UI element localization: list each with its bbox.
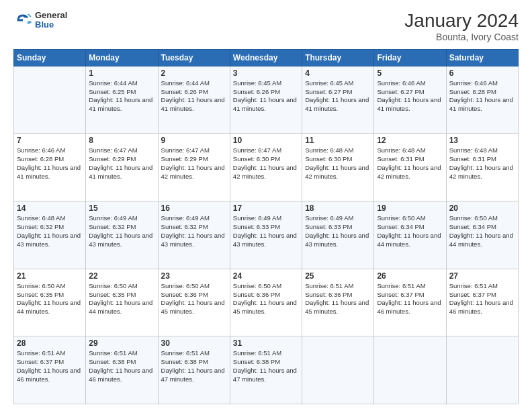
calendar-week-row: 28Sunrise: 6:51 AMSunset: 6:37 PMDayligh…	[14, 336, 519, 404]
day-info: Sunrise: 6:46 AMSunset: 6:28 PMDaylight:…	[449, 79, 515, 113]
day-info: Sunrise: 6:51 AMSunset: 6:38 PMDaylight:…	[89, 349, 154, 383]
day-number: 24	[233, 271, 299, 281]
header: General Blue January 2024 Bounta, Ivory …	[13, 11, 519, 42]
day-number: 23	[161, 271, 227, 281]
day-info: Sunrise: 6:50 AMSunset: 6:36 PMDaylight:…	[233, 282, 299, 316]
day-info: Sunrise: 6:50 AMSunset: 6:35 PMDaylight:…	[89, 282, 154, 316]
day-info: Sunrise: 6:46 AMSunset: 6:27 PMDaylight:…	[377, 79, 443, 113]
day-info: Sunrise: 6:49 AMSunset: 6:32 PMDaylight:…	[89, 214, 154, 248]
day-info: Sunrise: 6:51 AMSunset: 6:38 PMDaylight:…	[161, 349, 227, 383]
calendar-cell: 14Sunrise: 6:48 AMSunset: 6:32 PMDayligh…	[14, 201, 86, 269]
day-info: Sunrise: 6:48 AMSunset: 6:31 PMDaylight:…	[449, 146, 515, 181]
day-number: 26	[377, 271, 443, 281]
calendar-cell	[302, 336, 374, 404]
day-info: Sunrise: 6:48 AMSunset: 6:32 PMDaylight:…	[17, 214, 83, 248]
calendar-cell: 4Sunrise: 6:45 AMSunset: 6:27 PMDaylight…	[302, 66, 374, 134]
day-info: Sunrise: 6:49 AMSunset: 6:33 PMDaylight:…	[233, 214, 299, 248]
calendar-cell: 13Sunrise: 6:48 AMSunset: 6:31 PMDayligh…	[446, 134, 518, 201]
day-number: 8	[89, 136, 154, 145]
day-number: 3	[233, 68, 299, 78]
day-number: 18	[305, 203, 371, 213]
day-number: 17	[233, 203, 299, 213]
calendar-cell: 30Sunrise: 6:51 AMSunset: 6:38 PMDayligh…	[158, 336, 230, 404]
calendar-cell: 6Sunrise: 6:46 AMSunset: 6:28 PMDaylight…	[446, 66, 518, 134]
calendar-cell: 12Sunrise: 6:48 AMSunset: 6:31 PMDayligh…	[374, 134, 446, 201]
day-info: Sunrise: 6:45 AMSunset: 6:26 PMDaylight:…	[233, 79, 299, 113]
calendar-cell: 20Sunrise: 6:50 AMSunset: 6:34 PMDayligh…	[446, 201, 518, 269]
day-number: 13	[449, 136, 515, 145]
weekday-header: Thursday	[302, 49, 374, 66]
logo-icon	[13, 11, 32, 30]
weekday-header-row: SundayMondayTuesdayWednesdayThursdayFrid…	[14, 49, 519, 66]
logo-text: General Blue	[35, 11, 67, 30]
day-info: Sunrise: 6:48 AMSunset: 6:30 PMDaylight:…	[305, 146, 371, 181]
day-number: 20	[449, 203, 515, 213]
calendar-cell: 22Sunrise: 6:50 AMSunset: 6:35 PMDayligh…	[86, 269, 158, 336]
day-number: 25	[305, 271, 371, 281]
day-info: Sunrise: 6:49 AMSunset: 6:33 PMDaylight:…	[305, 214, 371, 248]
day-info: Sunrise: 6:51 AMSunset: 6:37 PMDaylight:…	[449, 282, 515, 316]
day-info: Sunrise: 6:44 AMSunset: 6:26 PMDaylight:…	[161, 79, 227, 113]
day-number: 11	[305, 136, 371, 145]
day-info: Sunrise: 6:47 AMSunset: 6:29 PMDaylight:…	[161, 146, 227, 181]
logo-line1: General	[35, 11, 67, 20]
logo-line2: Blue	[35, 20, 67, 30]
calendar-cell: 27Sunrise: 6:51 AMSunset: 6:37 PMDayligh…	[446, 269, 518, 336]
calendar-cell: 21Sunrise: 6:50 AMSunset: 6:35 PMDayligh…	[14, 269, 86, 336]
calendar-cell: 16Sunrise: 6:49 AMSunset: 6:32 PMDayligh…	[158, 201, 230, 269]
calendar-week-row: 21Sunrise: 6:50 AMSunset: 6:35 PMDayligh…	[14, 269, 519, 336]
day-number: 30	[161, 338, 227, 348]
calendar-week-row: 1Sunrise: 6:44 AMSunset: 6:25 PMDaylight…	[14, 66, 519, 134]
calendar-cell: 17Sunrise: 6:49 AMSunset: 6:33 PMDayligh…	[230, 201, 302, 269]
day-info: Sunrise: 6:51 AMSunset: 6:37 PMDaylight:…	[377, 282, 443, 316]
calendar-cell: 29Sunrise: 6:51 AMSunset: 6:38 PMDayligh…	[86, 336, 158, 404]
calendar-cell: 18Sunrise: 6:49 AMSunset: 6:33 PMDayligh…	[302, 201, 374, 269]
calendar-cell: 3Sunrise: 6:45 AMSunset: 6:26 PMDaylight…	[230, 66, 302, 134]
calendar-cell: 10Sunrise: 6:47 AMSunset: 6:30 PMDayligh…	[230, 134, 302, 201]
day-number: 6	[449, 68, 515, 78]
calendar-title: January 2024	[404, 11, 519, 32]
calendar-cell: 23Sunrise: 6:50 AMSunset: 6:36 PMDayligh…	[158, 269, 230, 336]
calendar-cell: 24Sunrise: 6:50 AMSunset: 6:36 PMDayligh…	[230, 269, 302, 336]
day-info: Sunrise: 6:51 AMSunset: 6:37 PMDaylight:…	[17, 349, 83, 383]
day-number: 10	[233, 136, 299, 145]
day-info: Sunrise: 6:51 AMSunset: 6:38 PMDaylight:…	[233, 349, 299, 383]
day-info: Sunrise: 6:50 AMSunset: 6:34 PMDaylight:…	[449, 214, 515, 248]
day-info: Sunrise: 6:44 AMSunset: 6:25 PMDaylight:…	[89, 79, 154, 113]
calendar-cell: 28Sunrise: 6:51 AMSunset: 6:37 PMDayligh…	[14, 336, 86, 404]
day-number: 12	[377, 136, 443, 145]
day-number: 29	[89, 338, 154, 348]
calendar-cell	[374, 336, 446, 404]
day-info: Sunrise: 6:48 AMSunset: 6:31 PMDaylight:…	[377, 146, 443, 181]
page: General Blue January 2024 Bounta, Ivory …	[0, 0, 532, 411]
day-number: 28	[17, 338, 83, 348]
day-info: Sunrise: 6:50 AMSunset: 6:35 PMDaylight:…	[17, 282, 83, 316]
title-block: January 2024 Bounta, Ivory Coast	[404, 11, 519, 42]
calendar-cell: 19Sunrise: 6:50 AMSunset: 6:34 PMDayligh…	[374, 201, 446, 269]
day-info: Sunrise: 6:47 AMSunset: 6:29 PMDaylight:…	[89, 146, 154, 181]
weekday-header: Friday	[374, 49, 446, 66]
day-number: 15	[89, 203, 154, 213]
day-number: 4	[305, 68, 371, 78]
calendar-cell: 11Sunrise: 6:48 AMSunset: 6:30 PMDayligh…	[302, 134, 374, 201]
day-number: 9	[161, 136, 227, 145]
calendar-cell: 8Sunrise: 6:47 AMSunset: 6:29 PMDaylight…	[86, 134, 158, 201]
calendar-cell	[446, 336, 518, 404]
day-number: 14	[17, 203, 83, 213]
calendar-cell: 15Sunrise: 6:49 AMSunset: 6:32 PMDayligh…	[86, 201, 158, 269]
calendar-subtitle: Bounta, Ivory Coast	[404, 32, 519, 42]
calendar-cell: 5Sunrise: 6:46 AMSunset: 6:27 PMDaylight…	[374, 66, 446, 134]
calendar-cell	[14, 66, 86, 134]
day-info: Sunrise: 6:47 AMSunset: 6:30 PMDaylight:…	[233, 146, 299, 181]
calendar-cell: 1Sunrise: 6:44 AMSunset: 6:25 PMDaylight…	[86, 66, 158, 134]
calendar-cell: 9Sunrise: 6:47 AMSunset: 6:29 PMDaylight…	[158, 134, 230, 201]
day-number: 31	[233, 338, 299, 348]
day-info: Sunrise: 6:49 AMSunset: 6:32 PMDaylight:…	[161, 214, 227, 248]
calendar-cell: 26Sunrise: 6:51 AMSunset: 6:37 PMDayligh…	[374, 269, 446, 336]
day-info: Sunrise: 6:45 AMSunset: 6:27 PMDaylight:…	[305, 79, 371, 113]
day-info: Sunrise: 6:50 AMSunset: 6:34 PMDaylight:…	[377, 214, 443, 248]
logo: General Blue	[13, 11, 67, 30]
day-info: Sunrise: 6:50 AMSunset: 6:36 PMDaylight:…	[161, 282, 227, 316]
day-number: 1	[89, 68, 154, 78]
weekday-header: Tuesday	[158, 49, 230, 66]
